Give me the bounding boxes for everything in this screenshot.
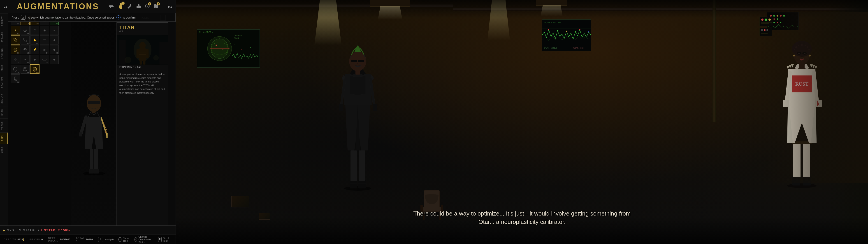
svg-rect-149 bbox=[761, 33, 768, 34]
character-svg bbox=[73, 72, 114, 176]
svg-point-59 bbox=[236, 52, 237, 52]
nav-icon-info[interactable]: 0 i bbox=[145, 4, 150, 10]
control-show-tree[interactable]: × Show Tree bbox=[119, 237, 131, 242]
total-xp-value: 10980 bbox=[86, 238, 93, 241]
svg-rect-143 bbox=[761, 23, 769, 24]
nav-icon-map[interactable]: 0 bbox=[153, 4, 158, 10]
svg-text:ALERT: HIGH: ALERT: HIGH bbox=[573, 48, 583, 49]
aug-cell-3-0[interactable]: 2/6 bbox=[11, 45, 20, 54]
tab-torso[interactable]: TORSO bbox=[0, 118, 8, 132]
tab-legs[interactable]: LEGS bbox=[0, 144, 8, 156]
svg-point-146 bbox=[764, 29, 766, 31]
system-status: ▶ SYSTEM STATUS / UNSTABLE 150% bbox=[0, 225, 176, 235]
control-btn-R: R bbox=[158, 237, 162, 242]
total-xp-stat: TOTAL XP 10980 bbox=[76, 237, 93, 242]
svg-text:NEURAL STRUCTURE: NEURAL STRUCTURE bbox=[544, 22, 561, 24]
tab-cranium[interactable]: CRANIUM bbox=[0, 74, 8, 91]
tab-stealth[interactable]: STEALTH bbox=[0, 29, 8, 45]
aug-cell-2-3[interactable]: 〰 bbox=[40, 35, 49, 45]
aug-cell-1-1[interactable]: 0/3 bbox=[21, 26, 30, 35]
aug-row-arms: 3/9 3/9 ✋ 0/1 〰 ◆ bbox=[10, 35, 69, 45]
light-cone bbox=[378, 6, 402, 20]
aug-cell-3-4[interactable]: ⬢ 0/2 bbox=[50, 45, 59, 54]
aug-cell-2-2[interactable]: ✋ 0/1 bbox=[30, 35, 39, 45]
aug-cell-4-2[interactable]: ▶ bbox=[30, 55, 39, 64]
aug-header: L1 AUGMENTATIONS 1 bbox=[0, 0, 176, 13]
aug-cell-shield-titan[interactable]: T 0/3 bbox=[30, 64, 39, 74]
page-title: AUGMENTATIONS bbox=[17, 2, 99, 11]
aug-cell-shield-2[interactable]: 0/4 bbox=[21, 64, 30, 74]
aug-cell-shield-1[interactable]: 0/4 bbox=[11, 64, 20, 74]
aug-cell-1-4[interactable]: ✦ bbox=[50, 26, 59, 35]
control-label-scroll: Scroll Text bbox=[163, 237, 170, 242]
aug-rank: 0/3 bbox=[119, 30, 166, 33]
brain-scan-svg: CRANIAL SCAN bbox=[197, 30, 259, 67]
svg-rect-21 bbox=[89, 169, 94, 173]
svg-rect-34 bbox=[159, 42, 168, 64]
svg-point-140 bbox=[765, 19, 767, 21]
svg-point-13 bbox=[25, 30, 26, 31]
nav-icon-tools[interactable] bbox=[127, 3, 132, 10]
control-btn-circle: ○ bbox=[134, 237, 137, 242]
aug-cell-2-4[interactable]: ◆ bbox=[50, 35, 59, 45]
svg-point-92 bbox=[344, 186, 371, 191]
aug-cell-2-0[interactable]: 3/9 bbox=[11, 35, 20, 45]
aug-cell-1-2[interactable]: ⬡ bbox=[30, 26, 39, 35]
control-label-show-tree: Show Tree bbox=[123, 237, 130, 242]
credits-value: 8229₿ bbox=[18, 238, 24, 241]
svg-rect-27 bbox=[79, 132, 82, 136]
aug-cell-1-0[interactable]: ✦ 1/1 bbox=[11, 26, 20, 35]
nav-icon-gun[interactable] bbox=[109, 4, 115, 10]
l1-label: L1 bbox=[4, 5, 7, 8]
aug-body: COMBAT STEALTH HACKING ARMS CRANIUM OCUL… bbox=[0, 13, 176, 234]
bottom-controls: L Navigate × Show Tree ○ Change Deactiva… bbox=[98, 236, 186, 244]
main-content: 0/1 ▶ 1/7 ☠ 1/3 2/2 bbox=[8, 13, 176, 234]
svg-point-45 bbox=[125, 57, 131, 63]
bg-monitor-right: NEURAL STRUCTURE STATUS: ACTIVE ALERT: H bbox=[541, 20, 591, 51]
svg-text:CRANIAL: CRANIAL bbox=[234, 34, 242, 37]
control-btn-cross: × bbox=[119, 237, 122, 242]
aug-cell-1-3[interactable]: ◈ bbox=[40, 26, 49, 35]
aug-cell-4-1[interactable]: ★ 0/1 bbox=[21, 55, 30, 64]
svg-point-26 bbox=[105, 131, 106, 133]
tab-skin[interactable]: SKIN bbox=[0, 132, 8, 144]
aug-cell-2-1[interactable]: 3/9 bbox=[21, 35, 30, 45]
svg-point-58 bbox=[241, 49, 242, 50]
aug-cell-leg-1[interactable]: 0/2 bbox=[11, 74, 20, 83]
svg-rect-138 bbox=[760, 17, 773, 26]
aug-cell-3-1[interactable]: 3/9 bbox=[21, 45, 30, 54]
tab-back[interactable]: BACK bbox=[0, 106, 8, 118]
svg-rect-93 bbox=[350, 180, 357, 188]
svg-text:SCAN: SCAN bbox=[234, 37, 239, 39]
svg-rect-22 bbox=[94, 169, 99, 173]
tab-hacking[interactable]: HACKING bbox=[0, 45, 8, 62]
svg-text:STATUS: ACTIVE: STATUS: ACTIVE bbox=[544, 48, 557, 49]
praxis-stat: PRAXIS 0 bbox=[30, 238, 43, 241]
control-deactivation[interactable]: ○ Change Deactivation Status bbox=[134, 236, 154, 244]
aug-cell-4-0[interactable]: ◎ 0/1 bbox=[11, 55, 20, 64]
svg-rect-41 bbox=[143, 61, 145, 64]
aug-cell-4-3[interactable]: 0/2 bbox=[40, 55, 49, 64]
notif-text-3: to confirm. bbox=[123, 16, 136, 19]
nav-icon-items[interactable] bbox=[136, 3, 141, 10]
svg-rect-1 bbox=[113, 6, 114, 6]
aug-cell-3-3[interactable]: ▶▶ 0/4 bbox=[40, 45, 49, 54]
tab-arms[interactable]: ARMS bbox=[0, 62, 8, 74]
nav-icon-aug[interactable]: 1 bbox=[118, 3, 123, 10]
aug-row-3: 2/6 3/9 ⚡ ▶▶ 0/4 ⬢ 0/2 bbox=[10, 45, 69, 54]
tab-ocular[interactable]: OCULAR bbox=[0, 91, 8, 106]
svg-rect-98 bbox=[359, 151, 365, 181]
tab-combat[interactable]: COMBAT bbox=[0, 13, 8, 29]
info-panel: AVAILABLE PRAXIS □ TITAN 0/3 bbox=[117, 13, 168, 234]
control-box-2 bbox=[760, 28, 772, 35]
aug-cell-3-2[interactable]: ⚡ bbox=[30, 45, 39, 54]
bg-monitor-left: CRANIAL SCAN AR LINKAGE bbox=[197, 29, 260, 68]
svg-rect-97 bbox=[350, 151, 357, 181]
aug-cell-4-4[interactable]: ◆ bbox=[50, 55, 59, 64]
control-scroll[interactable]: R Scroll Text bbox=[158, 237, 171, 242]
ceiling-fixture-2 bbox=[536, 0, 567, 6]
svg-point-70 bbox=[588, 31, 589, 32]
control-label-navigate: Navigate bbox=[104, 238, 114, 241]
notif-key-triangle: △ bbox=[21, 15, 26, 20]
svg-point-68 bbox=[575, 31, 576, 32]
